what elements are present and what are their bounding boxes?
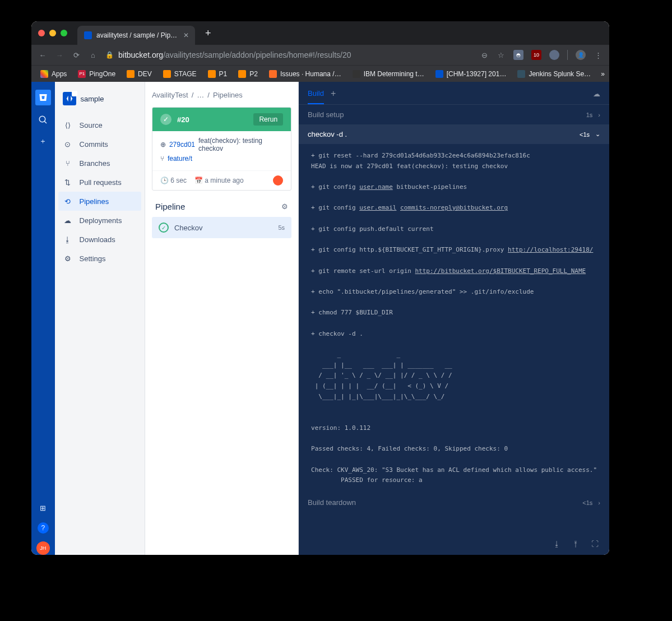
- branch-glyph-icon: ⑂: [160, 155, 164, 163]
- url-text: bitbucket.org/availitytest/sample/addon/…: [118, 50, 351, 59]
- sidebar-item-downloads[interactable]: ⭳Downloads: [55, 230, 145, 249]
- bookmark-jira[interactable]: [CHM-13927] 201…: [431, 68, 511, 80]
- cloud-up-icon: ☁: [63, 215, 73, 225]
- sidebar-item-deployments[interactable]: ☁Deployments: [55, 211, 145, 230]
- menu-icon[interactable]: ⋮: [594, 50, 603, 59]
- close-window[interactable]: [38, 30, 45, 36]
- log-section-setup[interactable]: Build setup 1s ›: [299, 105, 609, 124]
- log-section-command[interactable]: checkov -d . <1s ⌄: [299, 124, 609, 144]
- browser-window: availitytest / sample / Pipelines ✕ + ← …: [31, 21, 609, 555]
- run-card: ✓ #20 Rerun ⊕ 279cd01 feat(checkov): tes…: [152, 107, 291, 191]
- code-icon: ⟨⟩: [63, 120, 73, 130]
- success-icon: ✓: [160, 114, 172, 125]
- step-checkov[interactable]: ✓ Checkov 5s: [152, 217, 291, 238]
- pipeline-settings-icon[interactable]: ⚙: [281, 202, 288, 211]
- bookmark-stage[interactable]: STAGE: [159, 68, 201, 80]
- author-avatar[interactable]: [273, 175, 283, 186]
- maximize-window[interactable]: [61, 30, 67, 36]
- sidebar-item-pipelines[interactable]: ⟲Pipelines: [58, 192, 141, 211]
- new-tab-button[interactable]: +: [205, 27, 211, 39]
- user-avatar[interactable]: JH: [36, 541, 50, 555]
- project-sidebar: sample ⟨⟩Source ⊙Commits ⑂Branches ⇅Pull…: [55, 82, 145, 555]
- star-icon[interactable]: ☆: [497, 50, 506, 59]
- close-tab-icon[interactable]: ✕: [183, 31, 188, 39]
- tab-build[interactable]: Build: [308, 89, 324, 104]
- svg-point-0: [39, 116, 45, 122]
- extension-ublock-icon[interactable]: 10: [531, 50, 541, 60]
- commit-icon: ⊙: [63, 139, 73, 149]
- rerun-button[interactable]: Rerun: [253, 113, 283, 126]
- bookmarks-overflow[interactable]: »: [597, 70, 608, 78]
- download-icon: ⭳: [63, 234, 73, 244]
- crumb-more[interactable]: …: [197, 91, 204, 99]
- app-content: ＋ ⊞ ? JH sample ⟨⟩Source ⊙Commits ⑂Branc…: [31, 82, 609, 555]
- bookmark-pingone[interactable]: P1PingOne: [73, 68, 120, 80]
- forward-button[interactable]: →: [55, 50, 64, 59]
- step-duration: 5s: [278, 224, 285, 231]
- pr-icon: ⇅: [63, 177, 73, 187]
- zoom-icon[interactable]: ⊖: [480, 50, 489, 59]
- bookmark-dev[interactable]: DEV: [122, 68, 156, 80]
- chevron-down-icon: ⌄: [595, 131, 600, 138]
- bookmark-ibm[interactable]: IBM Determining t…: [348, 68, 429, 80]
- global-rail: ＋ ⊞ ? JH: [31, 82, 55, 555]
- home-button[interactable]: ⌂: [89, 50, 98, 59]
- run-meta: 🕒 6 sec 📅 a minute ago: [152, 170, 291, 190]
- help-icon[interactable]: ?: [38, 522, 49, 534]
- reload-button[interactable]: ⟳: [72, 50, 81, 59]
- back-button[interactable]: ←: [38, 50, 47, 59]
- run-number: #20: [177, 115, 248, 124]
- branch-icon: ⑂: [63, 158, 73, 168]
- browser-tab[interactable]: availitytest / sample / Pipelines ✕: [77, 26, 195, 45]
- bookmark-apps[interactable]: Apps: [36, 68, 71, 80]
- crumb-pipelines[interactable]: Pipelines: [213, 91, 243, 99]
- apps-grid-icon[interactable]: ⊞: [36, 501, 50, 515]
- commit-glyph-icon: ⊕: [160, 141, 166, 149]
- step-success-icon: ✓: [159, 223, 169, 233]
- project-header[interactable]: sample: [55, 89, 145, 109]
- extension-shield-icon[interactable]: ◓: [513, 50, 523, 60]
- sidebar-item-pull-requests[interactable]: ⇅Pull requests: [55, 173, 145, 192]
- bitbucket-logo-icon[interactable]: [35, 90, 51, 105]
- log-footer: ⭳ ⭱ ⛶: [299, 532, 609, 555]
- commit-hash[interactable]: 279cd01: [169, 141, 195, 149]
- crumb-workspace[interactable]: AvailityTest: [152, 91, 188, 99]
- bookmark-gitlab[interactable]: Issues · Humana /…: [265, 68, 346, 80]
- add-tab-icon[interactable]: +: [331, 89, 336, 104]
- bookmarks-bar: Apps P1PingOne DEV STAGE P1 P2 Issues · …: [31, 65, 609, 82]
- pipeline-icon: ⟲: [63, 196, 73, 206]
- lock-icon: 🔒: [105, 51, 114, 59]
- sidebar-item-commits[interactable]: ⊙Commits: [55, 135, 145, 154]
- bookmark-p2[interactable]: P2: [234, 68, 262, 80]
- sidebar-item-branches[interactable]: ⑂Branches: [55, 154, 145, 173]
- download-log-icon[interactable]: ⭳: [551, 538, 562, 549]
- log-tabs: Build + ☁: [299, 82, 609, 105]
- run-body: ⊕ 279cd01 feat(checkov): testing checkov…: [152, 131, 291, 170]
- sidebar-item-source[interactable]: ⟨⟩Source: [55, 115, 145, 135]
- gear-icon: ⚙: [63, 253, 73, 263]
- add-icon[interactable]: ＋: [36, 135, 50, 148]
- search-icon[interactable]: [36, 113, 50, 127]
- expand-icon[interactable]: ⛶: [589, 538, 600, 549]
- branch-name[interactable]: feature/t: [168, 155, 192, 163]
- log-body[interactable]: Build setup 1s › checkov -d . <1s ⌄ + gi…: [299, 105, 609, 532]
- pipeline-panel: AvailityTest / … / Pipelines ✓ #20 Rerun…: [145, 82, 299, 555]
- bookmark-p1[interactable]: P1: [203, 68, 232, 80]
- upload-log-icon[interactable]: ⭱: [570, 538, 581, 549]
- pipeline-section-header: Pipeline ⚙: [152, 202, 291, 217]
- log-section-teardown[interactable]: Build teardown <1s ›: [299, 493, 609, 512]
- favicon: [84, 31, 92, 39]
- titlebar: availitytest / sample / Pipelines ✕ +: [31, 21, 609, 45]
- url-field[interactable]: 🔒 bitbucket.org/availitytest/sample/addo…: [105, 50, 472, 59]
- breadcrumb: AvailityTest / … / Pipelines: [152, 91, 291, 99]
- step-label: Checkov: [174, 224, 203, 232]
- project-name: sample: [81, 95, 104, 103]
- cloud-download-icon[interactable]: ☁: [593, 90, 600, 104]
- sidebar-item-settings[interactable]: ⚙Settings: [55, 249, 145, 268]
- profile-icon[interactable]: 👤: [576, 50, 586, 60]
- minimize-window[interactable]: [49, 30, 56, 36]
- extension-icon[interactable]: [549, 50, 559, 60]
- commit-msg: feat(checkov): testing checkov: [198, 137, 283, 152]
- log-output: + git reset --hard 279cd01a54d6ab933c2ee…: [299, 144, 609, 493]
- bookmark-jenkins[interactable]: Jenkins Splunk Se…: [513, 68, 595, 80]
